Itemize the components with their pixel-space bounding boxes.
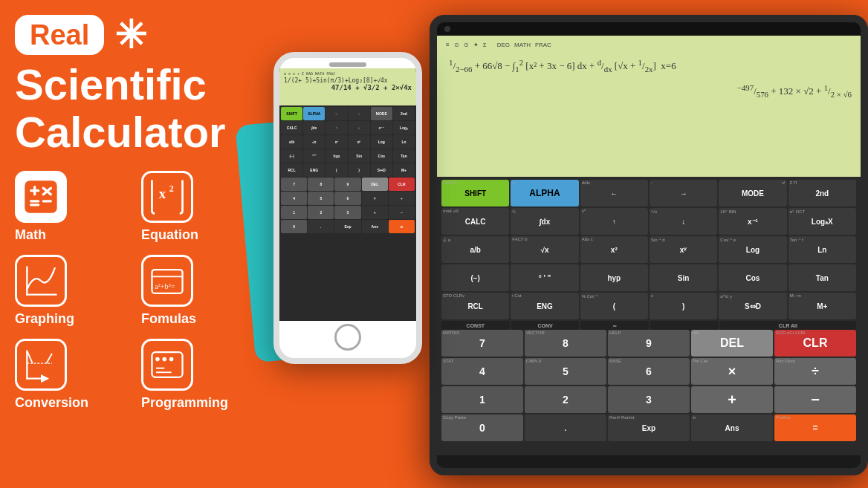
- tablet-rparen-btn[interactable]: x ): [650, 293, 717, 319]
- tablet-Ln-btn[interactable]: Tan⁻¹ f Ln: [788, 236, 856, 263]
- tablet-shift-btn[interactable]: SOLVE SHIFT: [441, 180, 509, 206]
- tablet-ab-btn[interactable]: ∠ a a/b: [441, 236, 509, 263]
- phone-rparen-btn[interactable]: ): [349, 163, 370, 177]
- phone-Ln-btn[interactable]: Ln: [393, 135, 415, 149]
- tablet-6-btn[interactable]: BASE 6: [608, 358, 690, 385]
- phone-mode-btn[interactable]: MODE: [371, 107, 392, 120]
- phone-Log-btn[interactable]: Log: [371, 135, 392, 149]
- tablet-3-btn[interactable]: 3: [608, 386, 690, 413]
- phone-5-btn[interactable]: 5: [308, 192, 334, 205]
- phone-right-btn[interactable]: →: [349, 107, 370, 120]
- tablet-up-btn[interactable]: x³ ↑: [580, 208, 648, 235]
- tablet-eq-btn[interactable]: PreAns =: [774, 414, 856, 441]
- phone-7-btn[interactable]: 7: [281, 178, 307, 191]
- phone-rcl-btn[interactable]: RCL: [281, 163, 302, 177]
- tablet-hyp-btn[interactable]: hyp: [580, 264, 648, 291]
- tablet-0-btn[interactable]: Copy Paste 0: [441, 414, 523, 441]
- phone-add-btn[interactable]: +: [362, 206, 388, 219]
- phone-x2-btn[interactable]: x²: [326, 135, 347, 149]
- phone-ab-btn[interactable]: a/b: [281, 135, 302, 149]
- tablet-xinv-btn[interactable]: 10ˣ BIN x⁻¹: [719, 208, 786, 235]
- phone-xy-btn[interactable]: xʸ: [349, 135, 370, 149]
- phone-tan-btn[interactable]: Tan: [393, 149, 415, 163]
- tablet-x2-btn[interactable]: Abs c x²: [580, 236, 648, 263]
- phone-sub-btn[interactable]: −: [389, 206, 415, 219]
- phone-2nd-btn[interactable]: 2nd: [393, 107, 415, 120]
- phone-calc-btn[interactable]: CALC: [281, 121, 302, 134]
- tablet-right-btn[interactable]: : →: [650, 180, 717, 206]
- tablet-7-btn[interactable]: MATRIX 7: [441, 330, 523, 357]
- phone-eng-btn[interactable]: ENG: [303, 163, 325, 177]
- tablet-2-btn[interactable]: 2: [525, 386, 606, 413]
- tablet-xy-btn[interactable]: Sin⁻¹ d xʸ: [650, 236, 717, 263]
- tablet-sin-btn[interactable]: Sin: [650, 264, 717, 291]
- phone-1-btn[interactable]: 1: [281, 206, 307, 219]
- phone-cos-btn[interactable]: Cos: [371, 149, 392, 163]
- tablet-deg-btn[interactable]: ° ' ": [511, 264, 578, 291]
- tablet-sqrt-btn[interactable]: FACT b √x: [511, 236, 578, 263]
- tablet-mode-btn[interactable]: x! MODE: [719, 180, 786, 206]
- tablet-add-btn[interactable]: +: [691, 386, 773, 413]
- tablet-left-btn[interactable]: d/dx ←: [580, 180, 648, 206]
- tablet-alpha-btn[interactable]: = ALPHA: [511, 180, 578, 206]
- phone-sd-btn[interactable]: S⇔D: [371, 163, 392, 177]
- tablet-8-btn[interactable]: VECTOR 8: [525, 330, 606, 357]
- phone-3-btn[interactable]: 3: [334, 206, 360, 219]
- phone-log-btn[interactable]: Logₐ: [393, 121, 415, 134]
- phone-2-btn[interactable]: 2: [308, 206, 334, 219]
- phone-hyp-btn[interactable]: hyp: [326, 149, 347, 163]
- tablet-sub-btn[interactable]: −: [774, 386, 856, 413]
- tablet-rcl-btn[interactable]: STO CLRv RCL: [441, 293, 509, 319]
- phone-eq-btn[interactable]: =: [389, 220, 415, 233]
- tablet-eng-btn[interactable]: i Cot ENG: [511, 293, 578, 319]
- tablet-lparen-btn[interactable]: % Cot⁻¹ (: [580, 293, 648, 319]
- phone-deg-btn[interactable]: °'": [303, 149, 325, 163]
- phone-alpha-btn[interactable]: ALPHA: [303, 107, 325, 120]
- phone-4-btn[interactable]: 4: [281, 192, 307, 205]
- tablet-5-btn[interactable]: CMPLX 5: [525, 358, 606, 385]
- tablet-intdx-btn[interactable]: ³∕ₓ ∫dx: [511, 208, 578, 235]
- phone-del-btn[interactable]: DEL: [362, 178, 388, 191]
- tablet-ans-btn[interactable]: π Ans: [691, 414, 773, 441]
- phone-0-btn[interactable]: 0: [281, 220, 307, 233]
- phone-sin-btn[interactable]: Sin: [349, 149, 370, 163]
- phone-dx-btn[interactable]: ∫dx: [303, 121, 325, 134]
- phone-home-button[interactable]: [334, 324, 361, 351]
- tablet-calc-btn[interactable]: mod +R CALC: [441, 208, 509, 235]
- tablet-mul-btn[interactable]: Pol Ceil ×: [691, 358, 773, 385]
- tablet-clr-btn[interactable]: GCD nCr LCM CLR: [774, 330, 856, 357]
- phone-exp-btn[interactable]: Exp: [334, 220, 360, 233]
- tablet-sd-btn[interactable]: aᵇ/c y S⇔D: [719, 293, 786, 319]
- tablet-Log-btn[interactable]: Cos⁻¹ e Log: [719, 236, 786, 263]
- tablet-down-btn[interactable]: ʸ√x ↓: [650, 208, 717, 235]
- phone-xinv-btn[interactable]: x⁻¹: [371, 121, 392, 134]
- phone-dot-btn[interactable]: .: [308, 220, 334, 233]
- tablet-9-btn[interactable]: HELP 9: [608, 330, 690, 357]
- phone-down-btn[interactable]: ↓: [349, 121, 370, 134]
- tablet-mplus-btn[interactable]: M− m M+: [788, 293, 856, 319]
- tablet-logax-btn[interactable]: eˣ OCT LogₐX: [788, 208, 856, 235]
- tablet-4-btn[interactable]: STAT 4: [441, 358, 523, 385]
- tablet-cos-btn[interactable]: Cos: [719, 264, 786, 291]
- phone-clr-btn[interactable]: CLR: [389, 178, 415, 191]
- tablet-exp-btn[interactable]: Ran# RanInt Exp: [608, 414, 690, 441]
- phone-div-btn[interactable]: ÷: [389, 192, 415, 205]
- phone-9-btn[interactable]: 9: [334, 178, 360, 191]
- phone-left-btn[interactable]: ←: [326, 107, 347, 120]
- tablet-tan-btn[interactable]: Tan: [788, 264, 856, 291]
- tablet-neg-btn[interactable]: (−): [441, 264, 509, 291]
- phone-6-btn[interactable]: 6: [334, 192, 360, 205]
- tablet-dot-btn[interactable]: .: [525, 414, 606, 441]
- phone-mplus-btn[interactable]: M+: [393, 163, 415, 177]
- phone-neg-btn[interactable]: (−): [281, 149, 302, 163]
- tablet-del-btn[interactable]: nPr DEL: [691, 330, 773, 357]
- phone-ans-btn[interactable]: Ans: [362, 220, 388, 233]
- phone-mul-btn[interactable]: ×: [362, 192, 388, 205]
- tablet-2nd-btn[interactable]: Σ Π 2nd: [788, 180, 856, 206]
- phone-lparen-btn[interactable]: (: [326, 163, 347, 177]
- tablet-1-btn[interactable]: 1: [441, 386, 523, 413]
- phone-up-btn[interactable]: ↑: [326, 121, 347, 134]
- phone-sqrt-btn[interactable]: √x: [303, 135, 325, 149]
- phone-8-btn[interactable]: 8: [308, 178, 334, 191]
- tablet-div-btn[interactable]: Rec Floor ÷: [774, 358, 856, 385]
